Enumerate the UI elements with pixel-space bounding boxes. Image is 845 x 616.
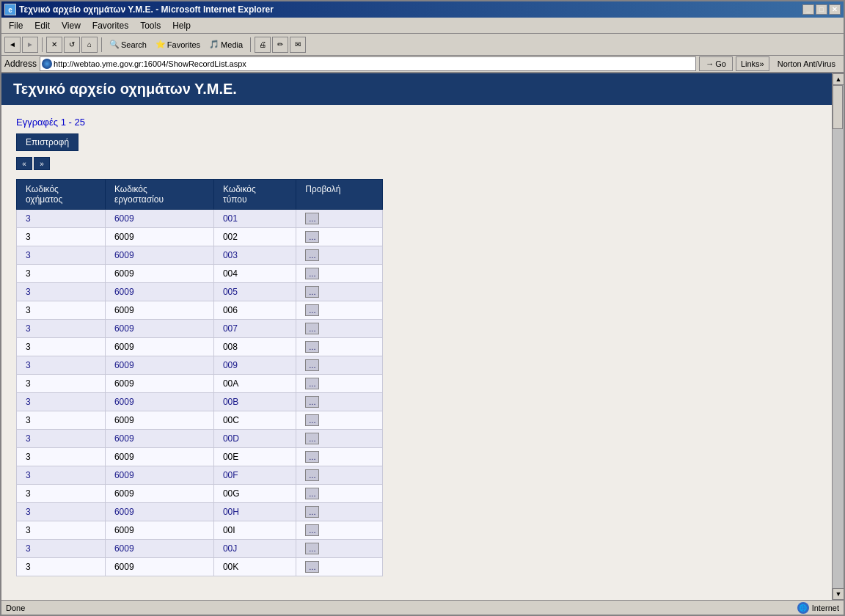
- cell-view: ...: [296, 320, 383, 338]
- view-record-button[interactable]: ...: [305, 231, 319, 243]
- cell-type-code: 00I: [213, 521, 296, 540]
- cell-view: ...: [296, 393, 383, 411]
- cell-view: ...: [296, 375, 383, 393]
- status-right: 🌐 Internet: [797, 602, 839, 614]
- cell-type-code: 003: [213, 246, 296, 265]
- view-record-button[interactable]: ...: [305, 249, 319, 261]
- cell-vehicle-code: 3: [17, 558, 106, 576]
- cell-view: ...: [296, 246, 383, 265]
- cell-type-code: 008: [213, 338, 296, 356]
- search-button[interactable]: 🔍 Search: [106, 37, 150, 51]
- mail-button[interactable]: ✉: [290, 37, 306, 53]
- table-row: 3600900H...: [17, 503, 383, 521]
- next-page-button[interactable]: »: [34, 157, 50, 170]
- cell-view: ...: [296, 521, 383, 540]
- view-record-button[interactable]: ...: [305, 524, 319, 536]
- view-record-button[interactable]: ...: [305, 341, 319, 353]
- view-record-button[interactable]: ...: [305, 323, 319, 334]
- scroll-up-button[interactable]: ▲: [833, 73, 844, 85]
- cell-factory-code: 6009: [105, 301, 213, 320]
- search-icon: 🔍: [109, 40, 120, 49]
- norton-button[interactable]: Norton AntiVirus: [772, 56, 841, 71]
- view-record-button[interactable]: ...: [305, 268, 319, 279]
- cell-type-code: 00B: [213, 393, 296, 411]
- favorites-icon: ⭐: [156, 40, 166, 49]
- address-input[interactable]: [54, 59, 694, 68]
- close-button[interactable]: ✕: [829, 4, 841, 15]
- cell-factory-code: 6009: [105, 540, 213, 558]
- menu-tools[interactable]: Tools: [136, 19, 165, 32]
- edit-button[interactable]: ✏: [272, 37, 288, 53]
- view-record-button[interactable]: ...: [305, 451, 319, 463]
- page-title: Τεχνικό αρχείο οχημάτων Υ.Μ.Ε.: [13, 81, 237, 97]
- separator-3: [250, 37, 251, 52]
- table-row: 36009007...: [17, 320, 383, 338]
- view-record-button[interactable]: ...: [305, 213, 319, 224]
- forward-button[interactable]: ►: [22, 37, 38, 53]
- back-to-search-button[interactable]: Επιστροφή: [16, 133, 78, 151]
- address-label: Address: [4, 59, 37, 69]
- links-button[interactable]: Links »: [736, 56, 769, 71]
- view-record-button[interactable]: ...: [305, 414, 319, 426]
- cell-factory-code: 6009: [105, 246, 213, 265]
- col-header-view: Προβολή: [296, 180, 383, 210]
- cell-factory-code: 6009: [105, 283, 213, 301]
- cell-view: ...: [296, 540, 383, 558]
- cell-factory-code: 6009: [105, 466, 213, 485]
- view-record-button[interactable]: ...: [305, 506, 319, 518]
- refresh-button[interactable]: ↺: [64, 37, 80, 53]
- favorites-button[interactable]: ⭐ Favorites: [152, 37, 204, 51]
- print-button[interactable]: 🖨: [255, 37, 271, 53]
- view-record-button[interactable]: ...: [305, 304, 319, 316]
- cell-type-code: 00G: [213, 485, 296, 503]
- table-row: 36009005...: [17, 283, 383, 301]
- view-record-button[interactable]: ...: [305, 488, 319, 499]
- menu-edit[interactable]: Edit: [30, 19, 54, 32]
- cell-vehicle-code: 3: [17, 430, 106, 448]
- cell-view: ...: [296, 448, 383, 466]
- scroll-down-button[interactable]: ▼: [833, 588, 844, 600]
- cell-factory-code: 6009: [105, 521, 213, 540]
- page-header: Τεχνικό αρχείο οχημάτων Υ.Μ.Ε.: [1, 73, 832, 105]
- scroll-thumb[interactable]: [833, 85, 843, 129]
- cell-type-code: 00E: [213, 448, 296, 466]
- cell-vehicle-code: 3: [17, 210, 106, 228]
- cell-vehicle-code: 3: [17, 448, 106, 466]
- view-record-button[interactable]: ...: [305, 396, 319, 408]
- minimize-button[interactable]: _: [802, 4, 814, 15]
- view-record-button[interactable]: ...: [305, 433, 319, 444]
- cell-factory-code: 6009: [105, 411, 213, 430]
- menu-view[interactable]: View: [57, 19, 85, 32]
- table-row: 36009003...: [17, 246, 383, 265]
- cell-type-code: 007: [213, 320, 296, 338]
- menu-help[interactable]: Help: [168, 19, 195, 32]
- media-button[interactable]: 🎵 Media: [205, 37, 246, 51]
- title-bar: e Τεχνικό αρχείο οχημάτων Υ.Μ.Ε. - Micro…: [1, 1, 844, 18]
- table-row: 36009002...: [17, 228, 383, 246]
- maximize-button[interactable]: □: [816, 4, 827, 15]
- menu-file[interactable]: File: [4, 19, 27, 32]
- internet-icon: 🌐: [797, 602, 809, 614]
- table-row: 3600900B...: [17, 393, 383, 411]
- prev-page-button[interactable]: «: [16, 157, 32, 170]
- view-record-button[interactable]: ...: [305, 469, 319, 481]
- home-button[interactable]: ⌂: [81, 37, 98, 53]
- view-record-button[interactable]: ...: [305, 378, 319, 389]
- records-table: Κωδικόςοχήματος Κωδικόςεργοστασίου Κωδικ…: [16, 179, 383, 576]
- view-record-button[interactable]: ...: [305, 286, 319, 298]
- menu-favorites[interactable]: Favorites: [88, 19, 133, 32]
- cell-vehicle-code: 3: [17, 521, 106, 540]
- go-button[interactable]: → Go: [699, 56, 733, 71]
- cell-vehicle-code: 3: [17, 265, 106, 283]
- view-record-button[interactable]: ...: [305, 543, 319, 554]
- back-button[interactable]: ◄: [4, 37, 21, 53]
- cell-factory-code: 6009: [105, 448, 213, 466]
- cell-view: ...: [296, 430, 383, 448]
- stop-button[interactable]: ✕: [46, 37, 62, 53]
- cell-type-code: 006: [213, 301, 296, 320]
- view-record-button[interactable]: ...: [305, 359, 319, 371]
- menu-bar: File Edit View Favorites Tools Help: [1, 18, 844, 34]
- view-record-button[interactable]: ...: [305, 561, 319, 573]
- cell-type-code: 00J: [213, 540, 296, 558]
- cell-factory-code: 6009: [105, 558, 213, 576]
